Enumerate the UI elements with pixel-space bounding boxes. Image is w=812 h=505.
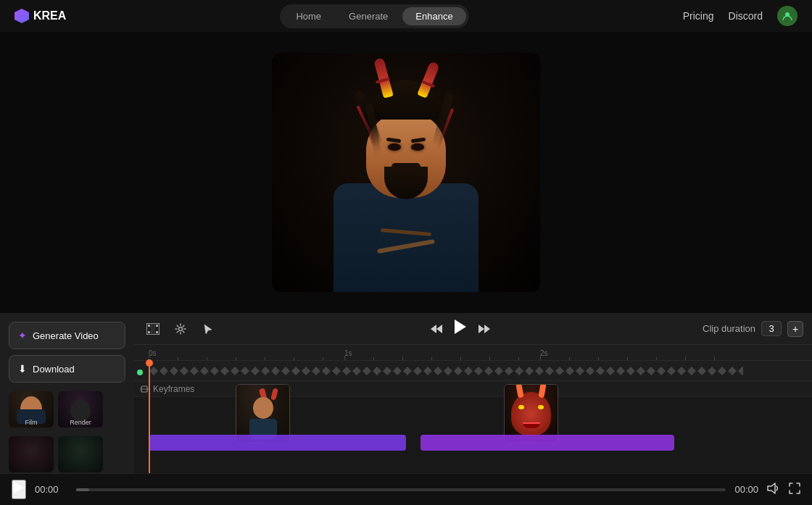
frame-strip [149, 366, 743, 376]
play-button[interactable] [453, 319, 468, 339]
render-label: Render [58, 419, 103, 426]
playback-play-button[interactable] [12, 480, 26, 499]
svg-marker-9 [431, 325, 436, 333]
svg-rect-3 [148, 331, 150, 333]
keyframe-icon [140, 385, 149, 393]
settings-icon[interactable] [170, 319, 191, 339]
generate-label: Generate Video [33, 330, 99, 341]
brand-logo[interactable]: KREA [14, 9, 66, 23]
svg-marker-12 [478, 325, 484, 333]
playhead-head [146, 359, 153, 367]
svg-marker-11 [455, 320, 466, 334]
svg-rect-5 [156, 331, 158, 333]
video-preview-area [0, 32, 812, 313]
download-button[interactable]: ⬇ Download [9, 355, 125, 383]
svg-rect-6 [152, 323, 152, 335]
ruler-mark-0s: 0s [149, 349, 157, 357]
svg-marker-10 [436, 325, 442, 333]
thumb-film[interactable]: Film [9, 391, 54, 427]
pricing-link[interactable]: Pricing [683, 10, 714, 22]
editor-row: ✦ Generate Video ⬇ Download Fil [0, 313, 812, 473]
video-frame [272, 53, 540, 292]
timeline-area: Clip duration 3 + 0s [134, 313, 812, 473]
bottom-panel: ✦ Generate Video ⬇ Download Fil [0, 313, 812, 505]
rewind-button[interactable] [430, 324, 443, 334]
download-icon: ⬇ [18, 363, 27, 375]
svg-rect-15 [149, 366, 743, 376]
svg-rect-4 [156, 325, 158, 327]
ruler-mark-2s: 2s [540, 349, 548, 357]
generate-star-icon: ✦ [18, 330, 27, 341]
nav-item-enhance[interactable]: Enhance [402, 7, 465, 25]
clip-duration-value[interactable]: 3 [761, 321, 782, 336]
svg-marker-19 [768, 483, 775, 493]
right-navigation: Pricing Discord [683, 6, 798, 26]
user-avatar[interactable] [777, 6, 798, 26]
generate-video-button[interactable]: ✦ Generate Video [9, 322, 125, 349]
timeline-toolbar: Clip duration 3 + [134, 313, 812, 345]
timeline-right-tools: Clip duration 3 + [703, 321, 803, 337]
svg-rect-2 [148, 325, 150, 327]
clip-bar-1[interactable] [149, 435, 406, 451]
timeline-ruler: 0s 1s [134, 345, 812, 361]
krea-logo-icon [14, 9, 29, 23]
download-label: Download [33, 364, 75, 375]
fullscreen-icon[interactable] [789, 483, 800, 497]
playback-bar: 00:00 00:00 [0, 473, 812, 505]
thumb-extra-2[interactable] [58, 436, 103, 472]
svg-marker-13 [484, 325, 490, 333]
clip-duration-label: Clip duration [703, 323, 755, 334]
volume-icon[interactable] [767, 483, 780, 497]
ruler-mark-1s: 1s [344, 349, 352, 357]
playback-time-end: 00:00 [734, 484, 758, 495]
svg-rect-7 [154, 323, 154, 335]
thumbnail-row: Film Render [9, 391, 125, 427]
clip-duration-plus[interactable]: + [787, 321, 803, 337]
timeline-center-controls [430, 319, 491, 339]
film-strip-icon[interactable] [143, 319, 163, 339]
svg-point-8 [179, 327, 183, 330]
brand-name: KREA [33, 9, 66, 22]
discord-link[interactable]: Discord [729, 10, 763, 22]
nav-item-generate[interactable]: Generate [336, 7, 401, 25]
thumb-render[interactable]: Render [58, 391, 103, 427]
playback-progress-bar[interactable] [76, 488, 726, 491]
timeline-left-tools [143, 319, 218, 339]
start-indicator-dot [137, 370, 143, 375]
nav-item-home[interactable]: Home [283, 7, 334, 25]
playback-progress-fill [76, 488, 89, 491]
fast-forward-button[interactable] [478, 324, 491, 334]
timeline-tracks: 0s 1s [134, 345, 812, 473]
playback-time-current: 00:00 [35, 484, 67, 495]
left-sidebar: ✦ Generate Video ⬇ Download Fil [0, 313, 134, 473]
playhead[interactable] [149, 361, 150, 473]
top-navigation: KREA Home Generate Enhance Pricing Disco… [0, 0, 812, 32]
samurai-portrait [272, 53, 540, 292]
film-label: Film [9, 419, 54, 426]
cursor-icon[interactable] [198, 319, 218, 339]
svg-marker-18 [14, 482, 24, 493]
thumbnail-row-2 [9, 436, 125, 472]
clip-bar-2[interactable] [420, 435, 674, 451]
keyframes-label: Keyframes [153, 384, 194, 394]
center-navigation: Home Generate Enhance [280, 4, 468, 28]
thumb-extra-1[interactable] [9, 436, 54, 472]
